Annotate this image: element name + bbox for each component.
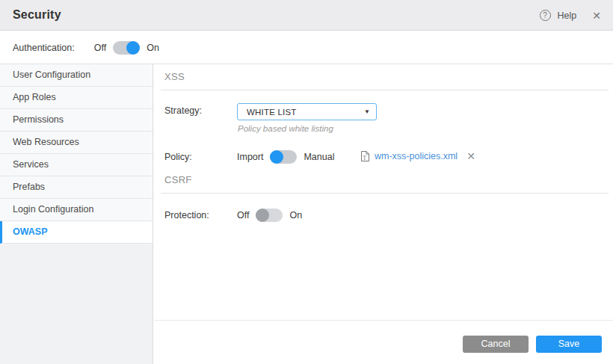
protection-toggle[interactable] xyxy=(256,209,283,222)
authentication-label: Authentication: xyxy=(13,43,75,53)
policy-file-group: T wm-xss-policies.xml ✕ xyxy=(360,148,475,164)
authentication-toggle[interactable] xyxy=(113,41,140,55)
owasp-panel: XSS Strategy: WHITE LIST ▼ Policy based … xyxy=(154,64,613,364)
authentication-off-label: Off xyxy=(94,43,106,53)
toggle-knob xyxy=(256,209,269,222)
sidebar: User Configuration App Roles Permissions… xyxy=(0,64,153,364)
protection-off-label: Off xyxy=(237,210,249,220)
toggle-knob xyxy=(270,150,283,164)
csrf-section-divider xyxy=(161,193,609,194)
csrf-section-title: CSRF xyxy=(164,174,192,185)
help-icon[interactable]: ? xyxy=(540,10,551,21)
protection-on-label: On xyxy=(289,210,302,220)
policy-import-label: Import xyxy=(237,152,263,162)
xss-section-title: XSS xyxy=(164,71,185,82)
file-icon: T xyxy=(360,150,370,162)
sidebar-item-app-roles[interactable]: App Roles xyxy=(0,87,153,109)
sidebar-item-owasp[interactable]: OWASP xyxy=(0,221,153,244)
page-title: Security xyxy=(13,8,61,22)
header-actions: ? Help ✕ xyxy=(540,0,601,31)
sidebar-item-permissions[interactable]: Permissions xyxy=(0,109,153,132)
toggle-knob xyxy=(126,41,140,55)
sidebar-item-web-resources[interactable]: Web Resources xyxy=(0,132,153,154)
strategy-selected-value: WHITE LIST xyxy=(247,108,364,117)
policy-mode-toggle[interactable] xyxy=(270,150,297,164)
sidebar-item-user-configuration[interactable]: User Configuration xyxy=(0,64,153,87)
authentication-on-label: On xyxy=(147,43,159,53)
cancel-button[interactable]: Cancel xyxy=(463,336,529,353)
help-link[interactable]: Help xyxy=(558,10,577,21)
chevron-down-icon: ▼ xyxy=(364,108,370,115)
save-button[interactable]: Save xyxy=(536,336,602,353)
authentication-bar: Authentication: Off On xyxy=(0,31,613,64)
protection-toggle-row: Off On xyxy=(237,207,302,223)
sidebar-item-login-configuration[interactable]: Login Configuration xyxy=(0,199,153,221)
policy-file-link[interactable]: wm-xss-policies.xml xyxy=(375,151,458,161)
footer-divider xyxy=(154,320,613,321)
policy-label: Policy: xyxy=(164,152,192,162)
strategy-label: Strategy: xyxy=(164,105,202,116)
protection-label: Protection: xyxy=(164,210,209,220)
xss-section-divider xyxy=(161,90,609,90)
policy-manual-label: Manual xyxy=(304,152,334,162)
strategy-select[interactable]: WHITE LIST ▼ xyxy=(237,103,377,120)
svg-text:T: T xyxy=(363,155,366,161)
sidebar-item-prefabs[interactable]: Prefabs xyxy=(0,176,153,199)
header-bar: Security ? Help ✕ xyxy=(0,0,613,31)
sidebar-item-services[interactable]: Services xyxy=(0,154,153,176)
footer-actions: Cancel Save xyxy=(463,336,602,353)
close-icon[interactable]: ✕ xyxy=(592,10,601,21)
remove-file-icon[interactable]: ✕ xyxy=(466,151,475,161)
strategy-helper-text: Policy based white listing xyxy=(238,124,333,133)
policy-mode-row: Import Manual xyxy=(237,149,334,165)
